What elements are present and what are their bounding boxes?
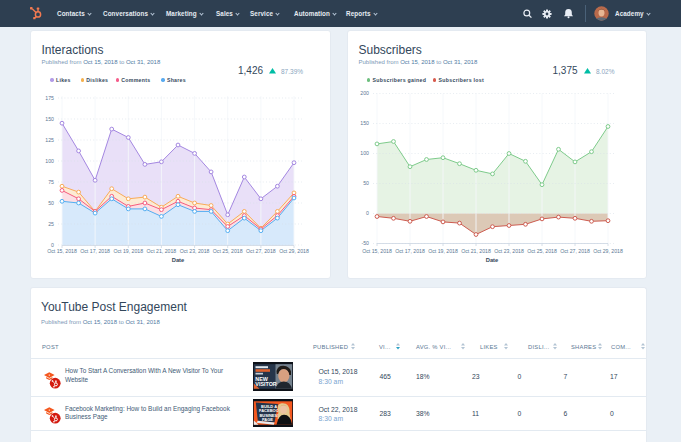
svg-text:150: 150 xyxy=(360,120,369,126)
svg-text:50: 50 xyxy=(363,180,369,186)
svg-text:Date: Date xyxy=(172,257,185,263)
svg-text:0: 0 xyxy=(366,210,369,216)
svg-text:-50: -50 xyxy=(362,240,370,246)
svg-text:PAGE: PAGE xyxy=(262,417,273,422)
svg-text:175: 175 xyxy=(45,95,54,101)
svg-text:Oct 19, 2018: Oct 19, 2018 xyxy=(113,248,143,254)
svg-text:Oct 27, 2018: Oct 27, 2018 xyxy=(560,248,590,254)
svg-text:125: 125 xyxy=(45,137,54,143)
svg-text:Oct 25, 2018: Oct 25, 2018 xyxy=(527,248,557,254)
svg-text:Oct 29, 2018: Oct 29, 2018 xyxy=(279,248,309,254)
svg-text:75: 75 xyxy=(48,179,54,185)
svg-text:Oct 19, 2018: Oct 19, 2018 xyxy=(428,248,458,254)
svg-text:Oct 29, 2018: Oct 29, 2018 xyxy=(593,248,623,254)
svg-text:Oct 21, 2018: Oct 21, 2018 xyxy=(147,248,177,254)
svg-text:150: 150 xyxy=(45,116,54,122)
svg-text:Oct 23, 2018: Oct 23, 2018 xyxy=(494,248,524,254)
svg-text:VISITOR: VISITOR xyxy=(255,381,277,387)
svg-text:Oct 15, 2018: Oct 15, 2018 xyxy=(362,248,392,254)
svg-text:Oct 21, 2018: Oct 21, 2018 xyxy=(461,248,491,254)
svg-text:Date: Date xyxy=(486,257,499,263)
svg-text:100: 100 xyxy=(45,158,54,164)
svg-text:50: 50 xyxy=(48,200,54,206)
svg-text:Oct 25, 2018: Oct 25, 2018 xyxy=(213,248,243,254)
svg-text:200: 200 xyxy=(360,90,369,96)
svg-text:Oct 23, 2018: Oct 23, 2018 xyxy=(180,248,210,254)
svg-text:Oct 15, 2018: Oct 15, 2018 xyxy=(47,248,77,254)
svg-text:100: 100 xyxy=(360,150,369,156)
svg-text:Oct 17, 2018: Oct 17, 2018 xyxy=(395,248,425,254)
svg-text:Oct 17, 2018: Oct 17, 2018 xyxy=(80,248,110,254)
svg-text:Oct 27, 2018: Oct 27, 2018 xyxy=(246,248,276,254)
svg-text:25: 25 xyxy=(48,221,54,227)
